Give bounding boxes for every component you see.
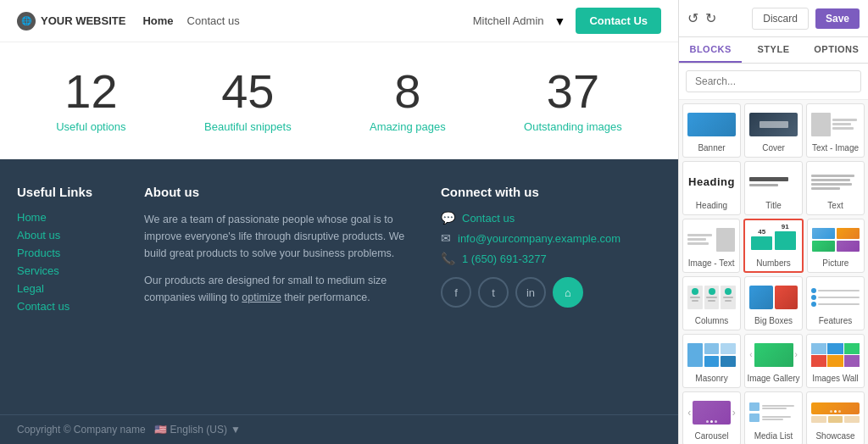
blocks-row-4: Columns Big Boxes [682,276,865,330]
block-image-gallery-label: Image Gallery [747,374,799,383]
block-banner-label: Banner [698,143,725,153]
right-panel: ↺ ↻ Discard Save BLOCKS STYLE OPTIONS Ba… [678,0,868,444]
block-numbers[interactable]: 45 91 Numbers [743,219,803,273]
footer-link-home[interactable]: Home [17,211,127,224]
block-text-image[interactable]: Text - Image [806,103,865,158]
social-twitter[interactable]: t [478,277,509,308]
footer-link-about[interactable]: About us [17,229,127,241]
block-features[interactable]: Features [806,276,865,330]
block-big-boxes[interactable]: Big Boxes [744,276,803,330]
footer-link-legal[interactable]: Legal [17,282,127,295]
block-picture[interactable]: Picture [807,219,865,273]
block-masonry-label: Masonry [695,374,727,383]
connect-email: ✉ info@yourcompany.example.com [441,231,661,245]
block-title-label: Title [765,201,782,210]
block-images-wall[interactable]: Images Wall [806,334,865,388]
logo-area: 🌐 YOUR WEBSITE [17,12,125,31]
block-carousel[interactable]: ‹ › Carousel [682,391,741,444]
footer-content: Useful Links Home About us Products Serv… [0,159,678,414]
logo-text: YOUR WEBSITE [41,14,125,27]
blocks-grid: Banner Cover Text - Ima [679,100,868,444]
block-carousel-label: Carousel [694,431,728,441]
block-cover[interactable]: Cover [744,103,803,158]
footer-section: Useful Links Home About us Products Serv… [0,159,678,444]
nav-home[interactable]: Home [142,14,173,27]
connect-email-link[interactable]: info@yourcompany.example.com [458,232,620,245]
stat-item: 37 Outstanding images [524,68,622,133]
stat-label: Beautiful snippets [204,120,292,133]
search-input[interactable] [686,70,861,92]
social-facebook[interactable]: f [441,277,471,308]
connect-phone: 📞 1 (650) 691-3277 [441,252,661,265]
about-text1: We are a team of passionate people whose… [144,211,424,262]
block-banner[interactable]: Banner [682,103,741,158]
flag-icon: 🇺🇸 [154,424,167,436]
connect-contact-link[interactable]: Contact us [462,212,515,225]
useful-links-heading: Useful Links [17,185,127,199]
block-columns-label: Columns [695,316,728,325]
block-image-gallery[interactable]: ‹ › Image Gallery [744,334,803,388]
stat-label: Useful options [56,120,125,133]
stat-item: 12 Useful options [56,68,125,133]
blocks-row-6: ‹ › Carousel [682,391,865,444]
lang-dropdown-icon: ▼ [231,424,241,436]
footer-link-contact[interactable]: Contact us [17,300,127,313]
social-icons: f t in ⌂ [441,277,661,308]
blocks-row-5: Masonry ‹ › Image Gallery [682,334,865,388]
footer-link-products[interactable]: Products [17,247,127,259]
block-title[interactable]: Title [744,161,803,215]
panel-tabs: BLOCKS STYLE OPTIONS [679,37,868,64]
blocks-row-1: Banner Cover Text - Ima [682,103,865,158]
panel-header: ↺ ↻ Discard Save [679,0,868,37]
footer-useful-links: Useful Links Home About us Products Serv… [17,185,127,397]
search-bar [679,64,868,100]
stat-label: Amazing pages [370,120,446,133]
about-text2: Our products are designed for small to m… [144,272,424,306]
block-text-image-label: Text - Image [812,143,859,153]
about-heading: About us [144,185,424,199]
block-heading[interactable]: Heading Heading [682,161,741,215]
block-columns[interactable]: Columns [682,276,741,330]
contact-us-button[interactable]: Contact Us [576,8,661,34]
admin-name[interactable]: Mitchell Admin [473,14,544,27]
block-images-wall-label: Images Wall [812,374,859,383]
tab-style[interactable]: STYLE [742,37,804,63]
stat-number: 37 [524,68,622,115]
footer-bottom: Copyright © Company name 🇺🇸 English (US)… [0,414,678,444]
footer-about: About us We are a team of passionate peo… [144,185,424,397]
block-text-label: Text [827,201,843,210]
connect-heading: Connect with us [441,185,661,199]
footer-connect: Connect with us 💬 Contact us ✉ info@your… [441,185,661,397]
tab-options[interactable]: OPTIONS [805,37,868,63]
language-selector[interactable]: 🇺🇸 English (US) ▼ [154,424,241,436]
main-site: 🌐 YOUR WEBSITE Home Contact us Mitchell … [0,0,678,444]
social-home[interactable]: ⌂ [553,277,583,308]
block-big-boxes-label: Big Boxes [754,316,793,325]
tab-blocks[interactable]: BLOCKS [679,37,742,63]
phone-icon: 📞 [441,252,455,265]
discard-button[interactable]: Discard [752,8,809,30]
block-media-list-label: Media List [754,431,793,441]
connect-phone-link[interactable]: 1 (650) 691-3277 [462,253,547,265]
block-masonry[interactable]: Masonry [682,334,741,388]
block-text[interactable]: Text [806,161,865,215]
undo-icon[interactable]: ↺ [687,10,698,26]
stat-item: 8 Amazing pages [370,68,446,133]
stat-number: 45 [204,68,292,115]
redo-icon[interactable]: ↻ [705,10,716,26]
top-nav: 🌐 YOUR WEBSITE Home Contact us Mitchell … [0,0,678,42]
blocks-row-2: Heading Heading Title [682,161,865,215]
footer-link-services[interactable]: Services [17,264,127,277]
block-media-list[interactable]: Media List [744,391,803,444]
block-showcase[interactable]: Showcase [806,391,865,444]
nav-contact[interactable]: Contact us [187,14,240,27]
chat-icon: 💬 [441,211,455,225]
social-linkedin[interactable]: in [515,277,546,308]
block-image-text[interactable]: Image - Text [682,219,740,273]
save-button[interactable]: Save [815,8,860,29]
copyright-text: Copyright © Company name [17,424,146,436]
stat-item: 45 Beautiful snippets [204,68,292,133]
stat-number: 8 [370,68,446,115]
block-features-label: Features [819,316,852,325]
nav-links: Home Contact us [142,14,472,27]
